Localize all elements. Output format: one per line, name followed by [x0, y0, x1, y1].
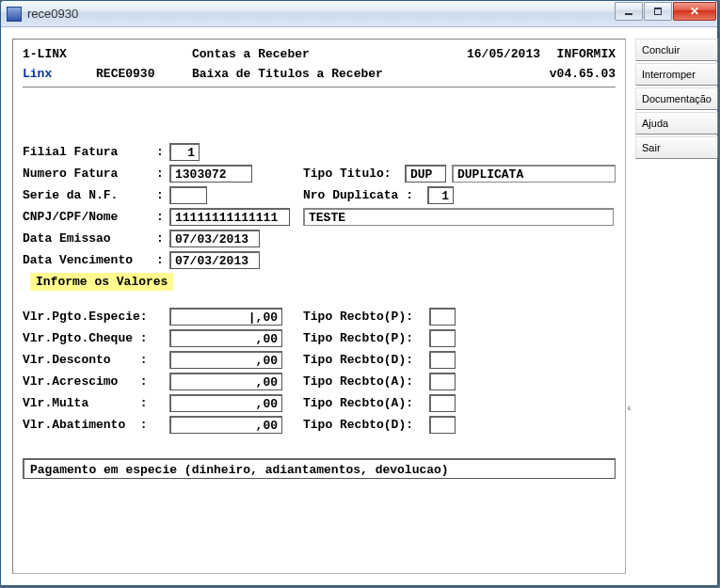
numero-label: Numero Fatura — [23, 167, 156, 181]
documentacao-button[interactable]: Documentação — [635, 87, 718, 110]
date-label: 16/05/2013 — [446, 47, 540, 61]
interromper-button[interactable]: Interromper — [635, 63, 718, 86]
filial-field[interactable]: 1 — [169, 143, 200, 161]
nro-dup-label: Nro Duplicata : — [303, 188, 427, 202]
company-label: 1-LINX — [23, 47, 192, 61]
status-message: Pagamento em especie (dinheiro, adiantam… — [23, 458, 616, 479]
app-icon — [7, 7, 22, 22]
maximize-button[interactable] — [644, 2, 672, 21]
sidebar: Concluir Interromper Documentação Ajuda … — [635, 39, 718, 574]
nro-dup-field[interactable]: 1 — [427, 186, 454, 204]
version-label: v04.65.03 — [540, 67, 616, 81]
tipo-titulo-label: Tipo Titulo: — [303, 167, 405, 181]
vlr-cheque-label: Vlr.Pgto.Cheque : — [23, 331, 156, 345]
vlr-desconto-label: Vlr.Desconto : — [23, 353, 156, 367]
client-area: 1-LINX Contas a Receber 16/05/2013 INFOR… — [1, 27, 717, 585]
vencimento-label: Data Vencimento — [23, 253, 156, 267]
serie-field[interactable] — [169, 186, 207, 204]
minimize-button[interactable] — [615, 2, 643, 21]
vlr-multa-field[interactable]: ,00 — [169, 394, 282, 412]
tipo-recbto-d1-label: Tipo Recbto(D): — [303, 353, 429, 367]
vlr-multa-label: Vlr.Multa : — [23, 396, 156, 410]
emissao-label: Data Emissao — [23, 231, 156, 246]
close-button[interactable]: ✕ — [673, 2, 716, 21]
cnpj-label: CNPJ/CPF/Nome — [23, 210, 156, 224]
tipo-titulo-desc-field: DUPLICATA — [452, 165, 616, 183]
tipo-recbto-p2-label: Tipo Recbto(P): — [303, 331, 429, 345]
serie-label: Serie da N.F. — [23, 188, 156, 202]
tipo-titulo-cod-field[interactable]: DUP — [405, 165, 446, 183]
main-panel: 1-LINX Contas a Receber 16/05/2013 INFOR… — [12, 39, 626, 574]
titlebar[interactable]: rece0930 ✕ — [1, 1, 717, 27]
caret-icon: ‹ — [628, 403, 631, 413]
window-title: rece0930 — [27, 7, 614, 21]
header-row-1: 1-LINX Contas a Receber 16/05/2013 INFOR… — [23, 47, 616, 61]
tipo-recbto-a2-label: Tipo Recbto(A): — [303, 396, 429, 410]
tipo-recbto-d2-field[interactable] — [429, 416, 456, 434]
nome-field: TESTE — [303, 208, 614, 226]
brand-label: Linx RECE0930 — [23, 67, 192, 81]
db-label: INFORMIX — [540, 47, 616, 61]
header-row-2: Linx RECE0930 Baixa de Titulos a Receber… — [23, 67, 616, 81]
tipo-recbto-a1-field[interactable] — [429, 373, 456, 390]
numero-field[interactable]: 1303072 — [169, 165, 252, 183]
tipo-recbto-p1-field[interactable] — [429, 308, 456, 326]
sair-button[interactable]: Sair — [635, 136, 718, 159]
vlr-cheque-field[interactable]: ,00 — [169, 329, 282, 347]
tipo-recbto-a2-field[interactable] — [429, 394, 456, 412]
tipo-recbto-a1-label: Tipo Recbto(A): — [303, 374, 429, 389]
divider — [23, 87, 616, 88]
tipo-recbto-d1-field[interactable] — [429, 351, 456, 369]
window: rece0930 ✕ 1-LINX Contas a Receber 16/05… — [0, 0, 718, 586]
subtitle-label: Baixa de Titulos a Receber — [192, 67, 446, 81]
emissao-field[interactable]: 07/03/2013 — [169, 230, 260, 247]
informe-highlight: Informe os Valores — [30, 273, 173, 291]
vlr-abatimento-field[interactable]: ,00 — [169, 416, 282, 434]
vlr-especie-field[interactable]: |,00 — [169, 308, 282, 326]
vlr-acrescimo-label: Vlr.Acrescimo : — [23, 374, 156, 389]
tipo-recbto-p2-field[interactable] — [429, 329, 456, 347]
vlr-abatimento-label: Vlr.Abatimento : — [23, 418, 156, 432]
filial-label: Filial Fatura — [23, 145, 156, 159]
vlr-acrescimo-field[interactable]: ,00 — [169, 373, 282, 390]
tipo-recbto-d2-label: Tipo Recbto(D): — [303, 418, 429, 432]
ajuda-button[interactable]: Ajuda — [635, 112, 718, 135]
vlr-especie-label: Vlr.Pgto.Especie: — [23, 310, 156, 324]
cnpj-field[interactable]: 11111111111111 — [169, 208, 290, 226]
tipo-recbto-p1-label: Tipo Recbto(P): — [303, 310, 429, 324]
concluir-button[interactable]: Concluir — [635, 39, 718, 61]
vencimento-field[interactable]: 07/03/2013 — [169, 251, 260, 269]
module-label: Contas a Receber — [192, 47, 446, 61]
vlr-desconto-field[interactable]: ,00 — [169, 351, 282, 369]
